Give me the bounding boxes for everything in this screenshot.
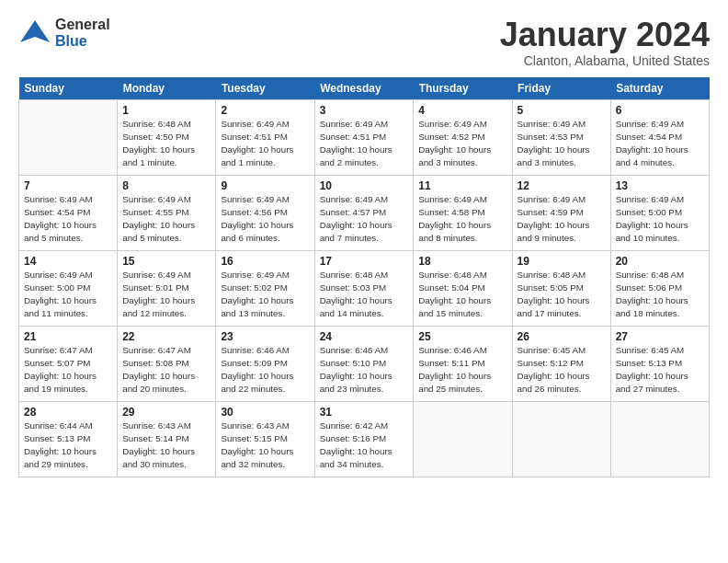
week-row-4: 21Sunrise: 6:47 AM Sunset: 5:07 PM Dayli… [19, 326, 710, 401]
weekday-header-sunday: Sunday [19, 77, 118, 100]
day-detail: Sunrise: 6:44 AM Sunset: 5:13 PM Dayligh… [24, 419, 112, 472]
day-number: 31 [320, 406, 409, 419]
day-number: 8 [122, 179, 210, 192]
day-detail: Sunrise: 6:46 AM Sunset: 5:11 PM Dayligh… [418, 344, 506, 396]
calendar-subtitle: Clanton, Alabama, United States [500, 53, 710, 68]
day-number: 5 [518, 104, 606, 117]
calendar-cell: 5Sunrise: 6:49 AM Sunset: 4:53 PM Daylig… [512, 99, 610, 175]
day-number: 21 [24, 330, 112, 343]
day-number: 18 [418, 255, 506, 268]
calendar-cell: 27Sunrise: 6:45 AM Sunset: 5:13 PM Dayli… [610, 326, 709, 401]
day-number: 6 [616, 104, 704, 117]
day-number: 3 [320, 104, 409, 117]
day-detail: Sunrise: 6:47 AM Sunset: 5:07 PM Dayligh… [24, 344, 112, 396]
calendar-cell: 18Sunrise: 6:48 AM Sunset: 5:04 PM Dayli… [414, 250, 512, 326]
day-number: 17 [320, 255, 409, 268]
logo: General Blue [18, 17, 110, 50]
day-number: 25 [418, 330, 506, 343]
day-detail: Sunrise: 6:45 AM Sunset: 5:13 PM Dayligh… [616, 344, 704, 396]
week-row-2: 7Sunrise: 6:49 AM Sunset: 4:54 PM Daylig… [19, 175, 710, 250]
day-detail: Sunrise: 6:47 AM Sunset: 5:08 PM Dayligh… [122, 344, 210, 396]
calendar-cell [19, 99, 118, 175]
day-detail: Sunrise: 6:48 AM Sunset: 4:50 PM Dayligh… [122, 118, 210, 170]
calendar-cell: 3Sunrise: 6:49 AM Sunset: 4:51 PM Daylig… [314, 99, 414, 175]
calendar-cell: 9Sunrise: 6:49 AM Sunset: 4:56 PM Daylig… [216, 175, 314, 250]
day-number: 30 [221, 406, 309, 419]
calendar-cell: 17Sunrise: 6:48 AM Sunset: 5:03 PM Dayli… [314, 250, 414, 326]
weekday-header-friday: Friday [512, 77, 610, 100]
day-number: 16 [221, 255, 309, 268]
calendar-cell: 30Sunrise: 6:43 AM Sunset: 5:15 PM Dayli… [216, 401, 314, 477]
day-number: 29 [122, 406, 210, 419]
weekday-header-wednesday: Wednesday [314, 77, 414, 100]
day-number: 26 [518, 330, 606, 343]
day-detail: Sunrise: 6:49 AM Sunset: 4:56 PM Dayligh… [221, 193, 309, 246]
calendar-cell: 1Sunrise: 6:48 AM Sunset: 4:50 PM Daylig… [118, 99, 216, 175]
weekday-header-tuesday: Tuesday [216, 77, 314, 100]
week-row-3: 14Sunrise: 6:49 AM Sunset: 5:00 PM Dayli… [19, 250, 710, 326]
day-number: 19 [518, 255, 606, 268]
day-detail: Sunrise: 6:46 AM Sunset: 5:10 PM Dayligh… [320, 344, 409, 396]
logo-general: General [55, 17, 110, 33]
calendar-cell: 26Sunrise: 6:45 AM Sunset: 5:12 PM Dayli… [512, 326, 610, 401]
calendar-cell: 11Sunrise: 6:49 AM Sunset: 4:58 PM Dayli… [414, 175, 512, 250]
day-detail: Sunrise: 6:49 AM Sunset: 4:52 PM Dayligh… [418, 118, 506, 170]
day-number: 28 [24, 406, 112, 419]
day-detail: Sunrise: 6:48 AM Sunset: 5:03 PM Dayligh… [320, 269, 409, 321]
calendar-cell: 4Sunrise: 6:49 AM Sunset: 4:52 PM Daylig… [414, 99, 512, 175]
day-detail: Sunrise: 6:43 AM Sunset: 5:14 PM Dayligh… [122, 419, 210, 472]
calendar-cell: 28Sunrise: 6:44 AM Sunset: 5:13 PM Dayli… [19, 401, 118, 477]
day-detail: Sunrise: 6:49 AM Sunset: 4:57 PM Dayligh… [320, 193, 409, 246]
calendar-cell: 2Sunrise: 6:49 AM Sunset: 4:51 PM Daylig… [216, 99, 314, 175]
day-detail: Sunrise: 6:49 AM Sunset: 4:59 PM Dayligh… [518, 193, 606, 246]
day-number: 7 [24, 179, 112, 192]
day-detail: Sunrise: 6:49 AM Sunset: 5:01 PM Dayligh… [122, 269, 210, 321]
weekday-header-thursday: Thursday [414, 77, 512, 100]
calendar-title: January 2024 [500, 17, 710, 53]
calendar-cell: 24Sunrise: 6:46 AM Sunset: 5:10 PM Dayli… [314, 326, 414, 401]
day-detail: Sunrise: 6:49 AM Sunset: 4:51 PM Dayligh… [221, 118, 309, 170]
header: General Blue January 2024 Clanton, Alaba… [18, 17, 710, 68]
day-number: 10 [320, 179, 409, 192]
day-detail: Sunrise: 6:49 AM Sunset: 4:53 PM Dayligh… [518, 118, 606, 170]
calendar-cell: 22Sunrise: 6:47 AM Sunset: 5:08 PM Dayli… [118, 326, 216, 401]
logo-text: General Blue [55, 17, 110, 49]
calendar-cell: 8Sunrise: 6:49 AM Sunset: 4:55 PM Daylig… [118, 175, 216, 250]
day-number: 22 [122, 330, 210, 343]
calendar-cell: 6Sunrise: 6:49 AM Sunset: 4:54 PM Daylig… [610, 99, 709, 175]
calendar-cell: 21Sunrise: 6:47 AM Sunset: 5:07 PM Dayli… [19, 326, 118, 401]
weekday-header-monday: Monday [118, 77, 216, 100]
day-number: 4 [418, 104, 506, 117]
weekday-header-row: SundayMondayTuesdayWednesdayThursdayFrid… [19, 77, 710, 100]
calendar-cell: 31Sunrise: 6:42 AM Sunset: 5:16 PM Dayli… [314, 401, 414, 477]
day-detail: Sunrise: 6:48 AM Sunset: 5:05 PM Dayligh… [518, 269, 606, 321]
week-row-5: 28Sunrise: 6:44 AM Sunset: 5:13 PM Dayli… [19, 401, 710, 477]
svg-marker-0 [20, 20, 50, 42]
calendar-cell [414, 401, 512, 477]
day-detail: Sunrise: 6:49 AM Sunset: 4:58 PM Dayligh… [418, 193, 506, 246]
title-block: January 2024 Clanton, Alabama, United St… [500, 17, 710, 68]
calendar-cell: 20Sunrise: 6:48 AM Sunset: 5:06 PM Dayli… [610, 250, 709, 326]
calendar-cell [610, 401, 709, 477]
calendar-cell: 16Sunrise: 6:49 AM Sunset: 5:02 PM Dayli… [216, 250, 314, 326]
week-row-1: 1Sunrise: 6:48 AM Sunset: 4:50 PM Daylig… [19, 99, 710, 175]
calendar-cell: 12Sunrise: 6:49 AM Sunset: 4:59 PM Dayli… [512, 175, 610, 250]
day-number: 14 [24, 255, 112, 268]
day-detail: Sunrise: 6:48 AM Sunset: 5:06 PM Dayligh… [616, 269, 704, 321]
day-detail: Sunrise: 6:43 AM Sunset: 5:15 PM Dayligh… [221, 419, 309, 472]
calendar-cell: 14Sunrise: 6:49 AM Sunset: 5:00 PM Dayli… [19, 250, 118, 326]
day-detail: Sunrise: 6:48 AM Sunset: 5:04 PM Dayligh… [418, 269, 506, 321]
calendar-cell: 7Sunrise: 6:49 AM Sunset: 4:54 PM Daylig… [19, 175, 118, 250]
calendar-cell: 10Sunrise: 6:49 AM Sunset: 4:57 PM Dayli… [314, 175, 414, 250]
day-detail: Sunrise: 6:49 AM Sunset: 4:54 PM Dayligh… [616, 118, 704, 170]
day-detail: Sunrise: 6:49 AM Sunset: 5:00 PM Dayligh… [616, 193, 704, 246]
day-number: 11 [418, 179, 506, 192]
calendar-cell: 19Sunrise: 6:48 AM Sunset: 5:05 PM Dayli… [512, 250, 610, 326]
day-detail: Sunrise: 6:49 AM Sunset: 4:55 PM Dayligh… [122, 193, 210, 246]
day-detail: Sunrise: 6:45 AM Sunset: 5:12 PM Dayligh… [518, 344, 606, 396]
day-number: 13 [616, 179, 704, 192]
calendar-cell: 13Sunrise: 6:49 AM Sunset: 5:00 PM Dayli… [610, 175, 709, 250]
day-number: 9 [221, 179, 309, 192]
day-detail: Sunrise: 6:42 AM Sunset: 5:16 PM Dayligh… [320, 419, 409, 472]
day-detail: Sunrise: 6:46 AM Sunset: 5:09 PM Dayligh… [221, 344, 309, 396]
